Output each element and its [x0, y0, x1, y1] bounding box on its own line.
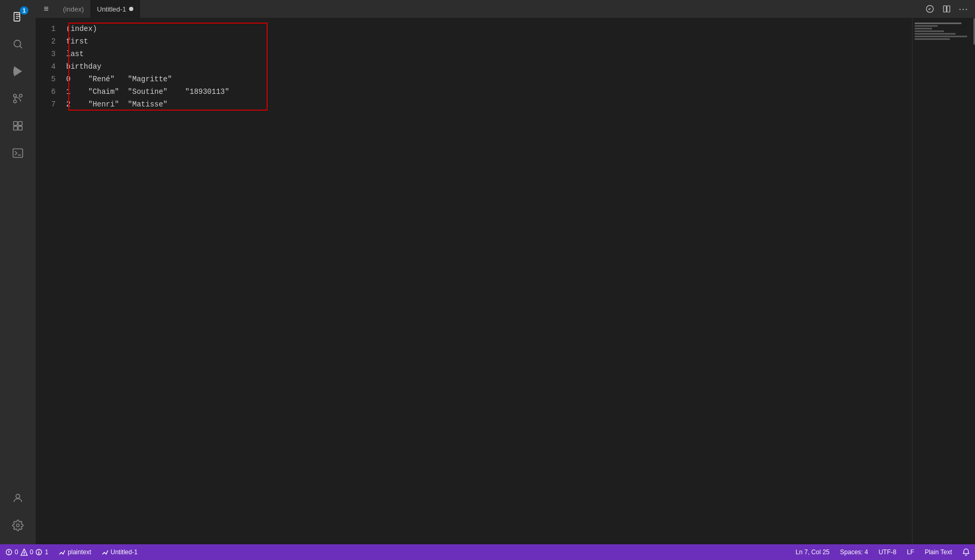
code-line-3: last: [62, 48, 975, 60]
svg-point-12: [16, 494, 19, 498]
cursor-position: Ln 7, Col 25: [796, 548, 830, 556]
minimap: [912, 18, 975, 560]
svg-rect-10: [18, 126, 22, 130]
svg-rect-9: [14, 126, 17, 130]
search-icon[interactable]: [5, 31, 30, 57]
svg-point-13: [16, 524, 19, 527]
svg-marker-2: [15, 67, 22, 76]
language-label: Plain Text: [925, 548, 952, 556]
language-item[interactable]: Plain Text: [919, 544, 957, 560]
status-bar: 0 0 1 plaintext Untitled-1: [0, 544, 975, 560]
tab-untitled1-label: Untitled-1: [97, 5, 126, 13]
more-actions-button[interactable]: ···: [956, 2, 971, 16]
minimap-content: [913, 18, 975, 45]
line-numbers: 1 2 3 4 5 6 7: [36, 18, 62, 111]
tab-actions: ···: [923, 0, 975, 18]
notification-icon[interactable]: [957, 544, 975, 560]
line-ending-label: LF: [907, 548, 914, 556]
editor-area: 1 2 3 4 5 6 7 (index) first last birthda…: [36, 18, 975, 560]
svg-rect-11: [13, 149, 23, 158]
editor-main[interactable]: 1 2 3 4 5 6 7 (index) first last birthda…: [36, 18, 975, 560]
spaces-item[interactable]: Spaces: 4: [835, 544, 873, 560]
svg-rect-0: [14, 13, 20, 21]
error-count: 0: [15, 548, 18, 556]
info-count: 1: [45, 548, 48, 556]
svg-rect-8: [18, 122, 22, 125]
settings-icon[interactable]: [5, 513, 30, 538]
code-line-4: birthday: [62, 60, 975, 73]
svg-rect-15: [947, 6, 950, 12]
tab-index[interactable]: (index): [57, 0, 91, 18]
tab-modified-dot: [129, 7, 133, 11]
svg-point-6: [14, 100, 17, 103]
svg-rect-7: [14, 122, 17, 125]
main-layout: ≡ (index) Untitled-1 ···: [36, 0, 975, 560]
explorer-badge: 1: [20, 6, 28, 15]
tab-bar: ≡ (index) Untitled-1 ···: [36, 0, 975, 18]
svg-point-5: [19, 94, 23, 98]
sidebar-toggle-button[interactable]: ≡: [36, 0, 57, 18]
encoding-item[interactable]: UTF-8: [873, 544, 902, 560]
tab-spacer: [140, 0, 923, 18]
activity-bar: 1: [0, 0, 36, 544]
encoding-label: UTF-8: [878, 548, 896, 556]
source-control-icon[interactable]: [5, 86, 30, 111]
code-line-2: first: [62, 35, 975, 48]
code-line-1: (index): [62, 23, 975, 35]
status-left: 0 0 1 plaintext Untitled-1: [0, 544, 143, 560]
code-line-7: 2 "Henri" "Matisse": [62, 98, 975, 111]
tab-untitled1[interactable]: Untitled-1: [91, 0, 141, 18]
warning-count: 0: [30, 548, 34, 556]
explorer-icon[interactable]: 1: [5, 4, 30, 29]
status-right: Ln 7, Col 25 Spaces: 4 UTF-8 LF Plain Te…: [790, 544, 975, 560]
account-icon[interactable]: [5, 486, 30, 511]
untitled-status: Untitled-1: [111, 548, 137, 556]
test-action-button[interactable]: [923, 2, 937, 16]
line-ending-item[interactable]: LF: [902, 544, 919, 560]
svg-rect-14: [944, 6, 946, 12]
untitled-status-item[interactable]: Untitled-1: [97, 544, 143, 560]
error-count-item[interactable]: 0 0 1: [0, 544, 54, 560]
svg-point-1: [14, 40, 21, 47]
cursor-position-item[interactable]: Ln 7, Col 25: [790, 544, 835, 560]
split-editor-button[interactable]: [939, 2, 954, 16]
lint-status-item[interactable]: plaintext: [54, 544, 97, 560]
lint-status: plaintext: [68, 548, 91, 556]
extensions-icon[interactable]: [5, 113, 30, 138]
spaces-label: Spaces: 4: [840, 548, 868, 556]
code-line-6: 1 "Chaim" "Soutine" "18930113": [62, 85, 975, 98]
code-line-5: 0 "René" "Magritte": [62, 73, 975, 85]
tab-index-label: (index): [63, 5, 84, 13]
run-debug-icon[interactable]: [5, 59, 30, 84]
code-content[interactable]: (index) first last birthday 0 "René" "Ma…: [62, 18, 975, 111]
terminal-icon[interactable]: [5, 141, 30, 166]
